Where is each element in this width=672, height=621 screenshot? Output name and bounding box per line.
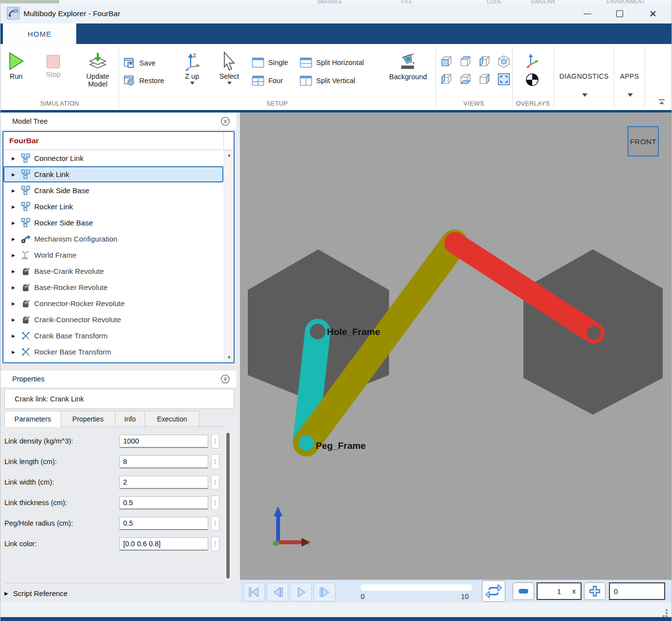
tab-parameters[interactable]: Parameters: [4, 411, 61, 427]
view-orientation-button[interactable]: FRONT: [628, 126, 659, 156]
tree-item-crank-link[interactable]: ▶Crank Link: [3, 166, 223, 182]
expand-arrow-icon[interactable]: ▶: [12, 350, 17, 355]
view-fit-button[interactable]: [497, 72, 511, 86]
model-tree-root[interactable]: FourBar: [3, 132, 234, 150]
loop-button[interactable]: [482, 580, 505, 602]
apps-dropdown[interactable]: APPS: [614, 72, 645, 96]
link-thickness-cm-input[interactable]: 0.5: [119, 496, 208, 510]
expand-arrow-icon[interactable]: ▶: [12, 237, 17, 242]
tree-item-crank-side-base[interactable]: ▶Crank Side Base: [3, 182, 223, 199]
tree-item-rocker-base-transform[interactable]: ▶Rocker Base Transform: [3, 344, 223, 360]
tab-properties[interactable]: Properties: [61, 411, 115, 426]
script-reference-expander[interactable]: ▶ Script Reference: [4, 589, 67, 598]
view-left-button[interactable]: [478, 55, 492, 68]
scroll-up-icon[interactable]: ▲: [224, 150, 234, 160]
close-button[interactable]: ✕: [642, 4, 664, 23]
expand-arrow-icon[interactable]: ▶: [12, 204, 17, 209]
view-right-button[interactable]: [478, 72, 492, 86]
speed-value-box[interactable]: 1 x: [537, 582, 582, 600]
properties-scrollbar[interactable]: [225, 431, 231, 581]
scroll-down-icon[interactable]: ▼: [224, 353, 234, 362]
view-right-icon: [478, 72, 492, 86]
expand-arrow-icon[interactable]: ▶: [12, 317, 17, 322]
tree-item-rocker-side-base[interactable]: ▶Rocker Side Base: [3, 215, 223, 231]
run-button[interactable]: Run: [4, 51, 28, 80]
expand-arrow-icon[interactable]: ▶: [12, 253, 17, 258]
resize-grip[interactable]: [658, 606, 666, 614]
tree-item-crank-base-transform[interactable]: ▶Crank Base Transform: [3, 328, 223, 344]
field-options-button[interactable]: ⋮: [211, 475, 219, 489]
scrollbar-thumb[interactable]: [226, 433, 230, 578]
tree-item-world-frame[interactable]: ▶World Frame: [3, 247, 223, 263]
minimize-button[interactable]: [576, 4, 599, 23]
panel-menu-icon[interactable]: [220, 116, 230, 126]
speed-decrease-button[interactable]: [513, 582, 534, 600]
view-back-button[interactable]: [440, 72, 454, 86]
update-model-button[interactable]: Update Model: [81, 51, 115, 88]
skip-to-start-button[interactable]: [243, 583, 265, 601]
expand-arrow-icon[interactable]: ▶: [12, 172, 17, 177]
tree-item-crank-connector-revolute[interactable]: ▶Crank-Connector Revolute: [3, 311, 223, 328]
restore-button[interactable]: Restore: [124, 75, 164, 86]
link-color-input[interactable]: [0.0 0.6 0.8]: [119, 537, 208, 551]
select-cursor-icon: [220, 51, 238, 71]
view-top-button[interactable]: [459, 55, 473, 68]
expand-arrow-icon[interactable]: ▶: [12, 221, 17, 225]
field-options-button[interactable]: ⋮: [211, 536, 219, 551]
expand-arrow-icon[interactable]: ▶: [12, 269, 17, 274]
frame-triad-icon[interactable]: [525, 53, 540, 68]
tree-item-base-rocker-revolute[interactable]: ▶Base-Rocker Revolute: [3, 279, 223, 295]
tree-item-mechanism-configuration[interactable]: ▶Mechanism Configuration: [3, 231, 223, 247]
split-horizontal-button[interactable]: Split Horizontal: [300, 57, 364, 68]
tree-item-connector-link[interactable]: ▶Connector Link: [3, 150, 223, 166]
save-button[interactable]: Save: [124, 58, 155, 68]
field-options-button[interactable]: ⋮: [211, 516, 219, 531]
single-view-button[interactable]: Single: [252, 57, 288, 68]
tree-item-connector-rocker-revolute[interactable]: ▶Connector-Rocker Revolute: [3, 295, 223, 311]
tree-item-base-crank-revolute[interactable]: ▶Base-Crank Revolute: [3, 263, 223, 279]
link-length-cm-input[interactable]: 8: [119, 455, 208, 468]
background-button[interactable]: Background: [386, 52, 431, 81]
step-back-button[interactable]: [267, 583, 288, 601]
field-options-button[interactable]: ⋮: [211, 495, 219, 510]
expand-arrow-icon[interactable]: ▶: [12, 188, 17, 193]
expand-arrow-icon[interactable]: ▶: [12, 285, 17, 290]
split-vertical-button[interactable]: Split Vertical: [300, 75, 355, 86]
select-button[interactable]: Select: [216, 51, 243, 85]
maximize-button[interactable]: [608, 4, 631, 23]
peg-hole-radius-cm-input[interactable]: 0.5: [119, 517, 208, 530]
time-field[interactable]: 0: [609, 582, 665, 600]
z-up-button[interactable]: z Z up: [178, 51, 206, 85]
center-of-mass-icon[interactable]: [525, 72, 540, 87]
view-front-button[interactable]: [440, 55, 454, 68]
expand-arrow-icon[interactable]: ▶: [12, 333, 17, 338]
speed-increase-button[interactable]: [584, 582, 606, 600]
play-button[interactable]: [290, 583, 312, 601]
field-options-button[interactable]: ⋮: [211, 434, 219, 448]
link-density-kg-m-3-input[interactable]: 1000: [119, 435, 208, 448]
expand-arrow-icon[interactable]: ▶: [4, 591, 8, 596]
collapse-ribbon-icon[interactable]: [657, 99, 666, 106]
view-isometric-button[interactable]: [497, 55, 511, 68]
tab-info[interactable]: Info: [115, 411, 145, 426]
time-slider[interactable]: [361, 584, 472, 591]
tree-item-rocker-link[interactable]: ▶Rocker Link: [3, 199, 223, 215]
link-icon: [21, 218, 31, 228]
expand-arrow-icon[interactable]: ▶: [12, 301, 17, 306]
diagnostics-dropdown[interactable]: DIAGNOSTICS: [555, 72, 613, 96]
step-forward-button[interactable]: [314, 583, 335, 601]
tab-home[interactable]: HOME: [3, 23, 76, 44]
panel-menu-icon[interactable]: [220, 374, 230, 384]
view-bottom-button[interactable]: [459, 72, 473, 86]
model-tree-scrollbar[interactable]: ▲ ▼: [224, 150, 234, 362]
split-horizontal-icon: [300, 57, 312, 68]
tree-item-label: World Frame: [34, 251, 76, 259]
four-view-button[interactable]: Four: [252, 75, 283, 86]
link-width-cm-input[interactable]: 2: [119, 476, 208, 489]
field-options-button[interactable]: ⋮: [211, 454, 219, 469]
3d-viewport[interactable]: Hole_Frame Peg_Frame z x FRONT: [240, 112, 672, 579]
tab-execution[interactable]: Execution: [145, 411, 199, 426]
separator: [435, 46, 436, 108]
expand-arrow-icon[interactable]: ▶: [12, 156, 17, 161]
mechanism-scene: Hole_Frame Peg_Frame z x: [240, 112, 672, 579]
